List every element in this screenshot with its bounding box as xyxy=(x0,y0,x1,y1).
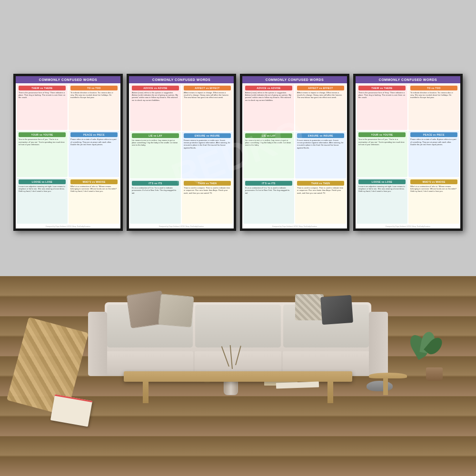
word-card-title-2-2: AFFECT vs EFFECT xyxy=(184,86,231,90)
word-card-1-2: TO vs TOOTo indicate direction or locati… xyxy=(69,84,119,130)
pillow-dark xyxy=(320,295,353,325)
word-card-1-3: YOUR vs YOU'REYour is the possessive for… xyxy=(17,131,68,177)
poster-inner-2: COMMONLY CONFUSED WORDSADVICE vs ADVISEA… xyxy=(129,76,234,228)
plant-leaves xyxy=(412,329,443,367)
word-card-3-5: IT'S vs ITSIt's is a contraction of 'it … xyxy=(243,179,294,224)
word-card-title-1-1: THEIR vs THERE xyxy=(19,86,66,90)
stem-3 xyxy=(235,346,241,365)
word-card-title-1-6: WHO'S vs WHOSE xyxy=(70,179,118,184)
word-card-title-3-2: AFFECT vs EFFECT xyxy=(297,86,344,90)
word-card-title-3-5: IT'S vs ITS xyxy=(245,181,292,186)
word-card-body-3-4: Ensure means to guarantee or make sure. … xyxy=(297,139,344,149)
side-table-leg xyxy=(383,378,388,395)
plant-pot xyxy=(426,367,443,381)
poster-grid-2: ADVICE vs ADVISEAdvice (noun) refers to … xyxy=(129,83,234,225)
word-card-4-6: WHO'S vs WHOSEWho's is a contraction of … xyxy=(408,178,459,224)
word-card-title-3-4: ENSURE vs INSURE xyxy=(297,133,344,138)
pillow-center xyxy=(158,294,194,327)
side-table-top xyxy=(369,373,407,378)
word-card-title-2-4: ENSURE vs INSURE xyxy=(184,133,231,138)
word-card-body-1-5: Loose is an adjective meaning not tight.… xyxy=(19,185,66,193)
word-card-4-2: TO vs TOOTo indicate direction or locati… xyxy=(408,84,459,130)
word-card-body-4-2: To indicate direction or location. Too m… xyxy=(410,91,457,99)
word-card-3-3: LIE vs LAYLie means to rest or to reclin… xyxy=(243,132,294,178)
word-card-title-4-2: TO vs TOO xyxy=(410,86,457,90)
word-card-title-2-6: THAN vs THEN xyxy=(184,181,231,186)
poster-inner-3: COMMONLY CONFUSED WORDSADVICE vs ADVISEA… xyxy=(242,76,347,228)
word-card-3-6: THAN vs THENThan is used to compare. The… xyxy=(295,179,346,224)
word-card-title-1-3: YOUR vs YOU'RE xyxy=(19,132,66,137)
poster-header-2: COMMONLY CONFUSED WORDS xyxy=(129,76,234,83)
word-card-body-2-3: Lie means to rest or to recline. Lay mea… xyxy=(132,139,179,147)
word-card-body-2-4: Ensure means to guarantee or make sure. … xyxy=(184,139,231,149)
word-card-body-1-2: To indicate direction or location. Too m… xyxy=(70,91,118,99)
stem-2 xyxy=(229,345,232,369)
word-card-body-3-1: Advice (noun) refers to the opinion or s… xyxy=(245,91,292,101)
word-card-title-4-6: WHO'S vs WHOSE xyxy=(410,179,457,184)
word-card-title-1-2: TO vs TOO xyxy=(70,86,118,90)
word-card-title-2-5: IT'S vs ITS xyxy=(132,181,179,186)
side-table xyxy=(369,373,402,395)
word-card-2-2: AFFECT vs EFFECTAffect means to impact o… xyxy=(182,84,233,131)
word-card-title-3-6: THAN vs THEN xyxy=(297,181,344,186)
word-card-2-4: ENSURE vs INSUREEnsure means to guarante… xyxy=(182,132,233,178)
poster-inner-4: COMMONLY CONFUSED WORDSTHEIR vs THEREThe… xyxy=(356,76,460,228)
word-card-4-4: PEACE vs PIECEPeace refers to a state of… xyxy=(408,131,459,177)
word-card-body-2-6: Than is used to compare. Then is used to… xyxy=(184,187,231,194)
word-card-2-5: IT'S vs ITSIt's is a contraction of 'it … xyxy=(130,179,181,224)
word-card-body-4-6: Who's is a contraction of 'who is.' Whos… xyxy=(410,185,457,193)
word-card-body-4-3: Your is the possessive form of 'you.' Yo… xyxy=(358,138,406,146)
poster-footer-4: Designed by Priya Gokhani | ETSY Shop: T… xyxy=(356,225,460,228)
magazine-left xyxy=(50,394,92,426)
word-card-4-1: THEIR vs THERETheir is the possessive fo… xyxy=(357,84,407,130)
word-card-4-3: YOUR vs YOU'REYour is the possessive for… xyxy=(357,131,407,177)
poster-frame-1: COMMONLY CONFUSED WORDSTHEIR vs THEREThe… xyxy=(13,74,123,231)
word-card-body-3-2: Affect means to impact or change. Effect… xyxy=(297,91,344,99)
word-card-title-4-4: PEACE vs PIECE xyxy=(410,132,457,137)
plant xyxy=(419,329,450,381)
poster-inner-1: COMMONLY CONFUSED WORDSTHEIR vs THEREThe… xyxy=(16,76,120,228)
word-card-1-4: PEACE vs PIECEPeace refers to a state of… xyxy=(69,131,119,177)
word-card-title-1-5: LOOSE vs LOSE xyxy=(19,179,66,184)
poster-header-1: COMMONLY CONFUSED WORDS xyxy=(16,76,120,83)
word-card-body-3-3: Lie means to rest or to recline. Lay mea… xyxy=(245,139,292,147)
poster-footer-1: Designed by Priya Gokhani | ETSY Shop: T… xyxy=(16,225,120,228)
word-card-body-4-4: Peace refers to a state of calm. A piece… xyxy=(410,138,457,146)
word-card-body-2-5: It's is a contraction of 'it is.' Its is… xyxy=(132,187,179,194)
word-card-2-6: THAN vs THENThan is used to compare. The… xyxy=(182,179,233,224)
word-card-title-1-4: PEACE vs PIECE xyxy=(70,132,118,137)
word-card-body-1-1: Their is the possessive form of 'they.' … xyxy=(19,91,66,99)
word-card-2-3: LIE vs LAYLie means to rest or to reclin… xyxy=(130,132,181,178)
word-card-title-3-3: LIE vs LAY xyxy=(245,133,292,138)
word-card-1-5: LOOSE vs LOSELoose is an adjective meani… xyxy=(17,178,68,224)
vase-stems xyxy=(224,345,240,369)
word-card-title-3-1: ADVICE vs ADVISE xyxy=(245,86,292,90)
mag-stripe xyxy=(55,394,92,402)
poster-frame-4: COMMONLY CONFUSED WORDSTHEIR vs THEREThe… xyxy=(353,74,463,231)
coffee-table-top xyxy=(124,371,352,382)
word-card-title-4-3: YOUR vs YOU'RE xyxy=(358,132,406,137)
coffee-table-leg-1 xyxy=(143,382,149,403)
poster-grid-3: ADVICE vs ADVISEAdvice (noun) refers to … xyxy=(242,83,347,225)
word-card-body-2-2: Affect means to impact or change. Effect… xyxy=(184,91,231,99)
pillow-pattern xyxy=(295,294,324,320)
poster-footer-2: Designed by Priya Gokhani | ETSY Shop: T… xyxy=(129,225,234,228)
word-card-body-2-1: Advice (noun) refers to the opinion or s… xyxy=(132,91,179,101)
poster-grid-4: THEIR vs THERETheir is the possessive fo… xyxy=(356,83,460,225)
poster-frame-3: COMMONLY CONFUSED WORDSADVICE vs ADVISEA… xyxy=(240,74,349,231)
word-card-body-3-5: It's is a contraction of 'it is.' Its is… xyxy=(245,187,292,194)
sofa-arm-left xyxy=(88,312,107,376)
poster-header-4: COMMONLY CONFUSED WORDS xyxy=(356,76,460,83)
word-card-3-2: AFFECT vs EFFECTAffect means to impact o… xyxy=(295,84,346,131)
coffee-table xyxy=(124,371,352,428)
word-card-1-1: THEIR vs THERETheir is the possessive fo… xyxy=(17,84,68,130)
sofa-arm-right xyxy=(369,312,388,376)
posters-row: COMMONLY CONFUSED WORDSTHEIR vs THEREThe… xyxy=(10,74,466,236)
word-card-3-1: ADVICE vs ADVISEAdvice (noun) refers to … xyxy=(243,84,294,131)
word-card-body-3-6: Than is used to compare. Then is used to… xyxy=(297,187,344,194)
word-card-4-5: LOOSE vs LOSELoose is an adjective meani… xyxy=(357,178,407,224)
word-card-title-4-5: LOOSE vs LOSE xyxy=(358,179,406,184)
word-card-title-2-3: LIE vs LAY xyxy=(132,133,179,138)
furniture-area xyxy=(0,276,476,476)
sofa-back-section-2 xyxy=(195,305,281,347)
